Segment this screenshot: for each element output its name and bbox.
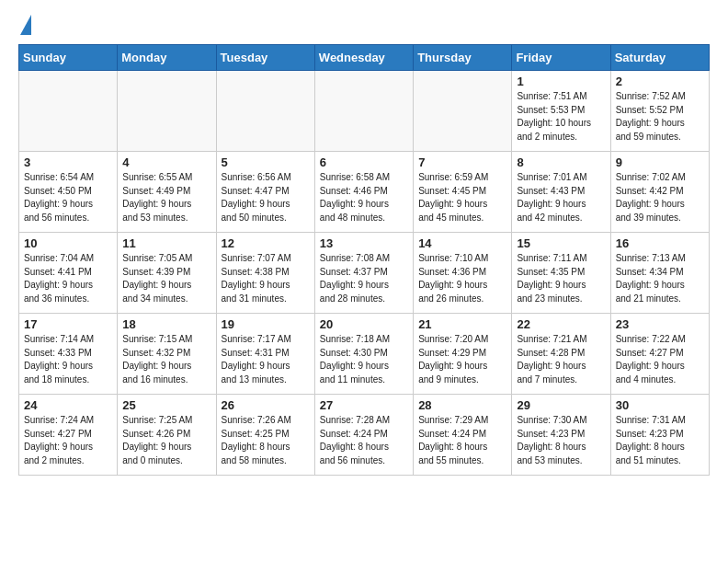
calendar-cell: 15Sunrise: 7:11 AM Sunset: 4:35 PM Dayli… <box>512 233 610 314</box>
calendar-cell: 18Sunrise: 7:15 AM Sunset: 4:32 PM Dayli… <box>118 314 216 395</box>
day-info: Sunrise: 7:24 AM Sunset: 4:27 PM Dayligh… <box>24 414 112 467</box>
day-info: Sunrise: 7:18 AM Sunset: 4:30 PM Dayligh… <box>320 333 408 386</box>
page: SundayMondayTuesdayWednesdayThursdayFrid… <box>0 0 728 490</box>
day-info: Sunrise: 7:15 AM Sunset: 4:32 PM Dayligh… <box>122 333 210 386</box>
calendar-cell: 17Sunrise: 7:14 AM Sunset: 4:33 PM Dayli… <box>19 314 118 395</box>
day-info: Sunrise: 6:54 AM Sunset: 4:50 PM Dayligh… <box>24 171 112 224</box>
calendar-cell: 3Sunrise: 6:54 AM Sunset: 4:50 PM Daylig… <box>19 152 118 233</box>
week-row-4: 24Sunrise: 7:24 AM Sunset: 4:27 PM Dayli… <box>19 395 710 476</box>
day-info: Sunrise: 6:56 AM Sunset: 4:47 PM Dayligh… <box>222 171 310 224</box>
day-number: 20 <box>320 317 408 331</box>
day-number: 8 <box>517 155 605 169</box>
day-number: 19 <box>222 317 310 331</box>
day-info: Sunrise: 7:04 AM Sunset: 4:41 PM Dayligh… <box>24 252 112 305</box>
weekday-header-tuesday: Tuesday <box>216 45 314 71</box>
day-number: 29 <box>517 398 605 412</box>
day-info: Sunrise: 7:26 AM Sunset: 4:25 PM Dayligh… <box>222 414 310 467</box>
calendar-body: 1Sunrise: 7:51 AM Sunset: 5:53 PM Daylig… <box>19 71 710 476</box>
day-number: 28 <box>418 398 506 412</box>
calendar-cell <box>414 71 512 152</box>
week-row-2: 10Sunrise: 7:04 AM Sunset: 4:41 PM Dayli… <box>19 233 710 314</box>
weekday-header-row: SundayMondayTuesdayWednesdayThursdayFrid… <box>19 45 710 71</box>
calendar-cell: 4Sunrise: 6:55 AM Sunset: 4:49 PM Daylig… <box>118 152 216 233</box>
calendar-cell: 6Sunrise: 6:58 AM Sunset: 4:46 PM Daylig… <box>314 152 413 233</box>
day-number: 3 <box>24 155 112 169</box>
calendar-cell: 16Sunrise: 7:13 AM Sunset: 4:34 PM Dayli… <box>610 233 709 314</box>
calendar-cell: 12Sunrise: 7:07 AM Sunset: 4:38 PM Dayli… <box>216 233 314 314</box>
day-info: Sunrise: 7:52 AM Sunset: 5:52 PM Dayligh… <box>616 90 704 144</box>
calendar-cell: 7Sunrise: 6:59 AM Sunset: 4:45 PM Daylig… <box>414 152 512 233</box>
week-row-3: 17Sunrise: 7:14 AM Sunset: 4:33 PM Dayli… <box>19 314 710 395</box>
weekday-header-wednesday: Wednesday <box>314 45 413 71</box>
day-number: 4 <box>122 155 210 169</box>
calendar-cell <box>118 71 216 152</box>
day-info: Sunrise: 7:01 AM Sunset: 4:43 PM Dayligh… <box>517 171 605 224</box>
week-row-1: 3Sunrise: 6:54 AM Sunset: 4:50 PM Daylig… <box>19 152 710 233</box>
day-info: Sunrise: 6:55 AM Sunset: 4:49 PM Dayligh… <box>122 171 210 224</box>
calendar-cell: 14Sunrise: 7:10 AM Sunset: 4:36 PM Dayli… <box>414 233 512 314</box>
weekday-header-saturday: Saturday <box>610 45 709 71</box>
calendar-table: SundayMondayTuesdayWednesdayThursdayFrid… <box>18 44 710 476</box>
day-info: Sunrise: 6:58 AM Sunset: 4:46 PM Dayligh… <box>320 171 408 224</box>
day-info: Sunrise: 7:14 AM Sunset: 4:33 PM Dayligh… <box>24 333 112 386</box>
day-info: Sunrise: 7:29 AM Sunset: 4:24 PM Dayligh… <box>418 414 506 467</box>
calendar-cell: 8Sunrise: 7:01 AM Sunset: 4:43 PM Daylig… <box>512 152 610 233</box>
calendar-cell: 26Sunrise: 7:26 AM Sunset: 4:25 PM Dayli… <box>216 395 314 476</box>
day-info: Sunrise: 7:30 AM Sunset: 4:23 PM Dayligh… <box>517 414 605 467</box>
day-number: 27 <box>320 398 408 412</box>
day-info: Sunrise: 7:25 AM Sunset: 4:26 PM Dayligh… <box>122 414 210 467</box>
day-info: Sunrise: 7:13 AM Sunset: 4:34 PM Dayligh… <box>616 252 704 305</box>
day-info: Sunrise: 7:31 AM Sunset: 4:23 PM Dayligh… <box>616 414 704 467</box>
day-number: 18 <box>122 317 210 331</box>
day-info: Sunrise: 7:08 AM Sunset: 4:37 PM Dayligh… <box>320 252 408 305</box>
header <box>18 15 710 35</box>
day-number: 12 <box>222 236 310 250</box>
day-number: 21 <box>418 317 506 331</box>
calendar-cell: 5Sunrise: 6:56 AM Sunset: 4:47 PM Daylig… <box>216 152 314 233</box>
weekday-header-sunday: Sunday <box>19 45 118 71</box>
calendar-cell: 20Sunrise: 7:18 AM Sunset: 4:30 PM Dayli… <box>314 314 413 395</box>
calendar-cell: 28Sunrise: 7:29 AM Sunset: 4:24 PM Dayli… <box>414 395 512 476</box>
day-number: 30 <box>616 398 704 412</box>
weekday-header-monday: Monday <box>118 45 216 71</box>
day-info: Sunrise: 7:28 AM Sunset: 4:24 PM Dayligh… <box>320 414 408 467</box>
calendar-cell: 30Sunrise: 7:31 AM Sunset: 4:23 PM Dayli… <box>610 395 709 476</box>
calendar-cell: 10Sunrise: 7:04 AM Sunset: 4:41 PM Dayli… <box>19 233 118 314</box>
day-number: 7 <box>418 155 506 169</box>
day-number: 5 <box>222 155 310 169</box>
day-info: Sunrise: 7:21 AM Sunset: 4:28 PM Dayligh… <box>517 333 605 386</box>
calendar-cell: 25Sunrise: 7:25 AM Sunset: 4:26 PM Dayli… <box>118 395 216 476</box>
day-number: 10 <box>24 236 112 250</box>
calendar-cell: 11Sunrise: 7:05 AM Sunset: 4:39 PM Dayli… <box>118 233 216 314</box>
calendar-cell: 23Sunrise: 7:22 AM Sunset: 4:27 PM Dayli… <box>610 314 709 395</box>
calendar-cell <box>314 71 413 152</box>
day-number: 14 <box>418 236 506 250</box>
calendar-cell: 2Sunrise: 7:52 AM Sunset: 5:52 PM Daylig… <box>610 71 709 152</box>
calendar-cell: 19Sunrise: 7:17 AM Sunset: 4:31 PM Dayli… <box>216 314 314 395</box>
day-number: 26 <box>222 398 310 412</box>
calendar-cell: 13Sunrise: 7:08 AM Sunset: 4:37 PM Dayli… <box>314 233 413 314</box>
day-number: 16 <box>616 236 704 250</box>
day-info: Sunrise: 7:02 AM Sunset: 4:42 PM Dayligh… <box>616 171 704 224</box>
day-info: Sunrise: 7:05 AM Sunset: 4:39 PM Dayligh… <box>122 252 210 305</box>
day-number: 24 <box>24 398 112 412</box>
day-number: 1 <box>517 75 605 88</box>
day-info: Sunrise: 6:59 AM Sunset: 4:45 PM Dayligh… <box>418 171 506 224</box>
weekday-header-thursday: Thursday <box>414 45 512 71</box>
weekday-header-friday: Friday <box>512 45 610 71</box>
day-number: 6 <box>320 155 408 169</box>
day-number: 23 <box>616 317 704 331</box>
day-number: 11 <box>122 236 210 250</box>
calendar-cell: 29Sunrise: 7:30 AM Sunset: 4:23 PM Dayli… <box>512 395 610 476</box>
day-info: Sunrise: 7:11 AM Sunset: 4:35 PM Dayligh… <box>517 252 605 305</box>
calendar-cell: 9Sunrise: 7:02 AM Sunset: 4:42 PM Daylig… <box>610 152 709 233</box>
day-info: Sunrise: 7:51 AM Sunset: 5:53 PM Dayligh… <box>517 90 605 144</box>
day-info: Sunrise: 7:20 AM Sunset: 4:29 PM Dayligh… <box>418 333 506 386</box>
logo <box>18 15 31 35</box>
day-number: 25 <box>122 398 210 412</box>
day-number: 2 <box>616 75 704 88</box>
day-number: 9 <box>616 155 704 169</box>
day-info: Sunrise: 7:10 AM Sunset: 4:36 PM Dayligh… <box>418 252 506 305</box>
day-number: 15 <box>517 236 605 250</box>
calendar-cell: 27Sunrise: 7:28 AM Sunset: 4:24 PM Dayli… <box>314 395 413 476</box>
